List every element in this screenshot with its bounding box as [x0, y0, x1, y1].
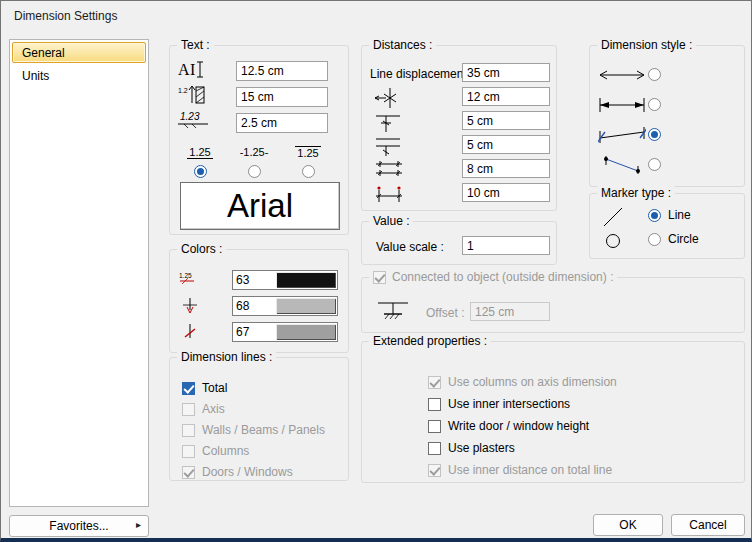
total-checkbox[interactable] [182, 382, 195, 395]
marker-line-row: Line [648, 208, 691, 222]
text-position-inline-radio[interactable] [248, 165, 261, 178]
text-color-icon: 1.25 [178, 270, 204, 290]
ok-button-label: OK [619, 518, 636, 532]
line-color-input[interactable] [233, 297, 275, 315]
total-line-distance-input[interactable] [462, 183, 550, 202]
extension-line-gap-icon [374, 87, 404, 109]
total-line-distance-icon [374, 183, 404, 205]
style-filled-arrows-icon [598, 96, 646, 114]
columns-checkbox[interactable] [182, 445, 195, 458]
inner-intersections-checkbox[interactable] [428, 398, 441, 411]
connected-group-caption: Connected to object (outside dimension) … [369, 270, 617, 284]
use-plasters-label: Use plasters [448, 441, 515, 455]
style-dots-icon [598, 156, 646, 174]
text-position-above-label: 1.25 [176, 146, 224, 159]
value-scale-label: Value scale : [376, 240, 444, 254]
value-group-title: Value : [369, 214, 413, 228]
marker-type-group-title: Marker type : [597, 186, 675, 200]
text-line-distance-input[interactable] [236, 113, 328, 133]
walls-checkbox[interactable] [182, 424, 195, 437]
text-position-below-label: 1.25 [284, 146, 332, 159]
text-group: Text : A I 1.2 1.23 1.25 -1.25- [169, 45, 349, 235]
dimension-style-group-title: Dimension style : [597, 38, 696, 52]
svg-text:1.2: 1.2 [178, 87, 188, 94]
marker-color-icon [178, 322, 204, 342]
doors-checkbox[interactable] [182, 466, 195, 479]
favorites-button-label: Favorites... [49, 519, 108, 533]
marker-circle-row: Circle [648, 232, 699, 246]
inner-intersections-row: Use inner intersections [428, 397, 570, 411]
marker-circle-radio[interactable] [648, 233, 661, 246]
total-checkbox-row: Total [182, 381, 227, 395]
use-columns-row: Use columns on axis dimension [428, 375, 617, 389]
svg-text:I: I [190, 61, 195, 78]
dimension-lines-group: Dimension lines : Total Axis Walls / Bea… [169, 357, 349, 481]
door-window-height-label: Write door / window height [448, 419, 589, 433]
sidebar-item-label: General [22, 46, 65, 60]
favorites-button[interactable]: Favorites... ▸ [9, 515, 149, 537]
dimension-settings-dialog: Dimension Settings General Units Text : … [0, 0, 752, 542]
text-distance-icon: 1.23 [178, 110, 208, 132]
walls-checkbox-row: Walls / Beams / Panels [182, 423, 325, 437]
text-color-input[interactable] [233, 271, 275, 289]
line-spacing-input[interactable] [462, 159, 550, 178]
marker-color-field [232, 322, 338, 342]
line-color-swatch[interactable] [276, 298, 336, 314]
style-slash-ticks-radio[interactable] [648, 128, 661, 141]
columns-checkbox-row: Columns [182, 444, 249, 458]
door-window-height-row: Write door / window height [428, 419, 589, 433]
use-plasters-checkbox[interactable] [428, 442, 441, 455]
walls-label: Walls / Beams / Panels [202, 423, 325, 437]
value-scale-input[interactable] [462, 236, 550, 255]
inner-distance-checkbox[interactable] [428, 464, 441, 477]
extension-line-gap-input[interactable] [462, 87, 550, 106]
favorites-arrow-icon: ▸ [136, 519, 141, 530]
marker-color-swatch[interactable] [276, 324, 336, 340]
connected-to-object-checkbox[interactable] [373, 271, 386, 284]
inner-intersections-label: Use inner intersections [448, 397, 570, 411]
text-position-below-radio[interactable] [302, 165, 315, 178]
axis-checkbox[interactable] [182, 403, 195, 416]
line-displacement-input[interactable] [462, 63, 550, 82]
sidebar-item-general[interactable]: General [12, 42, 146, 63]
dimension-lines-group-title: Dimension lines : [177, 350, 276, 364]
distances-group-title: Distances : [369, 38, 436, 52]
colors-group: Colors : 1.25 [169, 249, 349, 353]
category-list: General Units [9, 39, 149, 507]
connected-to-object-group: Connected to object (outside dimension) … [361, 277, 745, 333]
marker-line-radio[interactable] [648, 209, 661, 222]
cancel-button-label: Cancel [689, 518, 726, 532]
sidebar-item-label: Units [22, 69, 49, 83]
offset-label: Offset : [426, 306, 464, 320]
text-size-input[interactable] [236, 61, 328, 81]
sidebar-item-units[interactable]: Units [12, 65, 146, 86]
text-group-title: Text : [177, 38, 214, 52]
text-height-icon: 1.2 [178, 84, 206, 106]
style-open-arrows-icon [598, 66, 646, 84]
ok-button[interactable]: OK [593, 514, 663, 536]
columns-label: Columns [202, 444, 249, 458]
offset-input[interactable] [470, 302, 550, 321]
use-columns-checkbox[interactable] [428, 376, 441, 389]
svg-text:1.23: 1.23 [180, 111, 200, 122]
extension-overhang-icon [374, 111, 404, 133]
font-button[interactable]: Arial [180, 182, 340, 230]
style-slash-ticks-icon [598, 126, 646, 144]
total-label: Total [202, 381, 227, 395]
value-group: Value : Value scale : [361, 221, 557, 265]
line-offset-input[interactable] [462, 135, 550, 154]
window-title: Dimension Settings [14, 9, 117, 23]
dimension-style-group: Dimension style : [589, 45, 745, 187]
text-height-input[interactable] [236, 87, 328, 107]
text-color-swatch[interactable] [276, 272, 336, 288]
style-open-arrows-radio[interactable] [648, 68, 661, 81]
style-filled-arrows-radio[interactable] [648, 98, 661, 111]
door-window-height-checkbox[interactable] [428, 420, 441, 433]
axis-checkbox-row: Axis [182, 402, 225, 416]
cancel-button[interactable]: Cancel [671, 514, 745, 536]
connected-group-title: Connected to object (outside dimension) … [392, 270, 613, 284]
extension-overhang-input[interactable] [462, 111, 550, 130]
marker-color-input[interactable] [233, 323, 275, 341]
style-dots-radio[interactable] [648, 158, 661, 171]
text-position-above-radio[interactable] [194, 165, 207, 178]
